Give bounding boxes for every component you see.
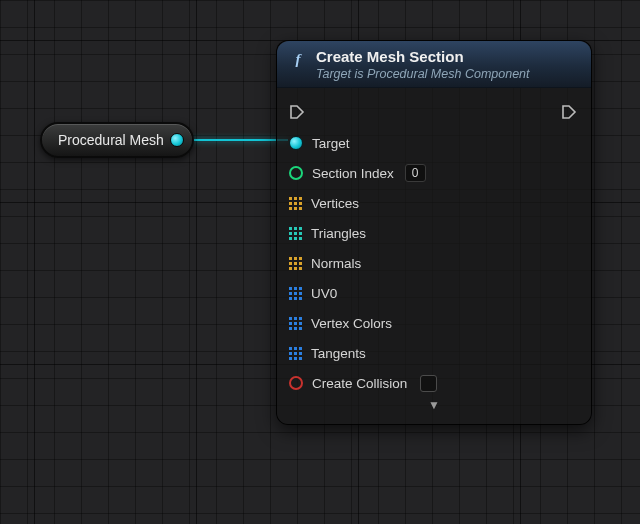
node-header[interactable]: f Create Mesh Section Target is Procedur… xyxy=(277,41,591,88)
pin-label-vertices: Vertices xyxy=(311,196,359,211)
pin-target[interactable] xyxy=(289,136,303,150)
pin-tangents[interactable] xyxy=(289,347,302,360)
node-title: Create Mesh Section xyxy=(316,48,530,66)
expand-node-button[interactable]: ▼ xyxy=(289,398,579,418)
pin-label-create-collision: Create Collision xyxy=(312,376,407,391)
node-procedural-mesh[interactable]: Procedural Mesh xyxy=(40,122,194,158)
pin-uv0[interactable] xyxy=(289,287,302,300)
node-body: Target Section Index 0 Vertices Triangle… xyxy=(277,88,591,424)
exec-out-pin[interactable] xyxy=(561,104,577,120)
pin-label-tangents: Tangents xyxy=(311,346,366,361)
pin-label-uv0: UV0 xyxy=(311,286,337,301)
pin-label-normals: Normals xyxy=(311,256,361,271)
wire-proceduralmesh-to-target xyxy=(188,139,288,141)
pin-normals[interactable] xyxy=(289,257,302,270)
section-index-input[interactable]: 0 xyxy=(405,164,426,182)
node-create-mesh-section[interactable]: f Create Mesh Section Target is Procedur… xyxy=(276,40,592,425)
pin-create-collision[interactable] xyxy=(289,376,303,390)
pin-triangles[interactable] xyxy=(289,227,302,240)
pin-vertices[interactable] xyxy=(289,197,302,210)
pin-label-target: Target xyxy=(312,136,350,151)
pin-label-vertex-colors: Vertex Colors xyxy=(311,316,392,331)
pin-vertex-colors[interactable] xyxy=(289,317,302,330)
pin-section-index[interactable] xyxy=(289,166,303,180)
node-subtitle: Target is Procedural Mesh Component xyxy=(316,67,530,81)
output-pin-object[interactable] xyxy=(170,133,184,147)
exec-in-pin[interactable] xyxy=(289,104,305,120)
function-icon: f xyxy=(289,50,307,68)
node-label: Procedural Mesh xyxy=(58,132,164,148)
pin-label-triangles: Triangles xyxy=(311,226,366,241)
create-collision-checkbox[interactable] xyxy=(420,375,437,392)
pin-label-section-index: Section Index xyxy=(312,166,394,181)
